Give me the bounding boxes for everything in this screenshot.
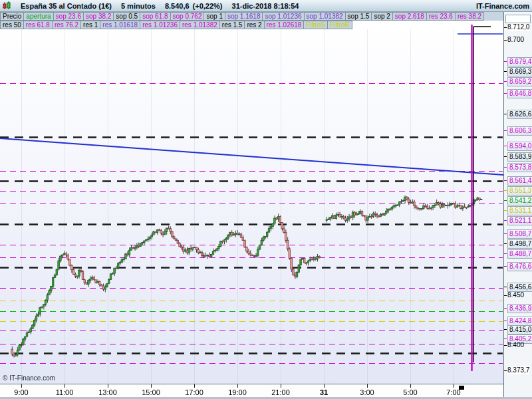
price-axis-tick [504,180,507,181]
price-axis-label: 8.573,8 [507,163,532,172]
time-axis-label: 3:00 [360,388,374,396]
current-time-marker [459,386,464,390]
price-axis-tick [504,81,507,82]
price-axis-tick [504,220,507,221]
time-axis-label: 11:00 [56,388,74,396]
pivot-level-cell: sop 61.8 [140,12,170,21]
price-axis-label: 8.415,0 [507,325,532,334]
price-axis-label: 8.508,7 [507,229,532,239]
price-axis-tick [504,266,507,267]
time-axis-tick [454,384,454,388]
price-axis-label: 8.561,4 [507,176,532,186]
price-axis-tick [504,345,507,346]
pivot-level-cell: apertura [24,12,53,21]
pivot-level-cell: sop 1 [204,12,225,21]
time-axis-tick [108,384,108,388]
price-axis-tick [504,253,507,254]
pivot-levels-row-1: Precioaperturasop 23.6sop 38.2sop 0.5sop… [0,12,503,21]
price-axis-label: 8.531,1 [507,206,532,215]
price-axis-label: 8.700 [507,36,524,44]
price-axis[interactable]: 8.712,08.7008.679,48.669,38.659,28.646,8… [503,12,532,397]
price-axis-label: 8.521,1 [507,216,532,225]
price-axis-header-box [505,15,531,23]
time-axis-tick [194,384,195,388]
price-axis-tick [504,329,507,330]
price-axis-label: 8.551,3 [507,186,532,196]
pivot-level-cell: sop 2 [372,12,392,21]
pivot-level-cell: res 1.02618 [265,21,305,29]
copyright-watermark: © IT-Finance.com [3,374,55,382]
price-axis-label: 8.424,8 [507,317,532,326]
pivot-level-cell: res 61.8 [24,21,53,29]
time-axis-tick [324,384,325,388]
pivot-level-cell: sop 0.762 [171,12,205,21]
price-axis-tick [504,146,507,146]
pivot-level-cell: Precio [0,12,24,21]
pivot-level-cell: sop 1.1618 [225,12,263,21]
brand-label: IT-Finance.com [476,2,529,10]
price-axis-label: 8.606,3 [507,126,532,136]
price-axis-tick [504,295,507,296]
time-axis-label: 31 [320,388,328,396]
price-axis-label: 8.669,3 [507,67,532,76]
price-axis-tick [504,200,507,201]
price-axis-tick [504,61,507,62]
price-change: (+0,22%) [193,2,223,10]
pivot-level-cell: res 1 [81,21,100,29]
price-axis-label: 8.712,0 [507,23,529,31]
pivot-level-cell: sop 0.5 [114,12,140,21]
pivot-level-cell: sop 23.6 [54,12,84,21]
pivot-level-cell: FiltroS [304,21,328,29]
title-bar: España 35 al Contado (1€) 5 minutos 8.54… [0,0,532,12]
pivot-level-cell: FiltroR [328,21,352,29]
pivot-level-cell: res 1.5 [220,21,245,29]
time-axis[interactable]: 9:0011:0013:0015:0017:0019:0021:00313:00… [0,384,503,397]
price-axis-tick [504,93,507,94]
pivot-level-cell: res 1.01618 [100,21,140,29]
timeframe-label: 5 minutos [121,2,156,10]
price-axis-tick [504,167,507,168]
price-axis-label: 8.498,7 [507,239,532,249]
price-axis-tick [504,40,507,41]
time-axis-tick [367,384,368,388]
price-axis-label: 8.488,7 [507,249,532,259]
price-axis-label: 8.659,2 [507,77,532,86]
price-axis-label: 8.456,6 [507,283,532,292]
price-chart-canvas[interactable] [0,21,503,384]
price-axis-label: 8.583,9 [507,152,532,162]
price-axis-label: 8.594,0 [507,142,532,151]
time-axis-tick [237,384,238,388]
datetime-label: 31-dic-2018 8:18:54 [232,2,299,10]
price-axis-label: 8.400 [507,341,524,349]
pivot-level-cell: res 2 [245,21,264,29]
pivot-level-cell: res 76.2 [53,21,81,29]
price-axis-label: 8.436,9 [507,304,532,313]
candlestick-icon [2,1,11,10]
time-axis-label: 21:00 [271,388,290,396]
time-axis-label: 19:00 [228,388,247,396]
pivot-level-cell: sop 2.618 [393,12,427,21]
price-axis-tick [504,321,507,321]
price-axis-tick [504,243,507,244]
price-axis-tick [504,156,507,157]
time-axis-tick [281,384,281,388]
price-axis-tick [504,233,507,234]
price-axis-tick [504,370,507,371]
price-axis-label: 8.373,7 [507,366,529,374]
price-axis-tick [504,190,507,191]
price-axis-tick [504,114,507,114]
pivot-level-cell: sop 38.2 [84,12,114,21]
pivot-level-cell: sop 1.01382 [305,12,346,21]
price-axis-tick [504,210,507,211]
price-axis-label: 8.450 [507,291,524,299]
price-axis-tick [504,71,507,72]
price-axis-label: 8.626,6 [507,110,532,119]
price-axis-label: 8.541,2 [507,196,532,205]
time-axis-tick [151,384,152,388]
time-axis-label: 5:00 [403,388,417,396]
pivot-level-cell: sop 1.5 [346,12,372,21]
price-axis-tick [504,308,507,309]
time-axis-tick [21,384,22,388]
price-axis-tick [504,130,507,131]
pivot-level-cell: sop 1.01236 [263,12,304,21]
